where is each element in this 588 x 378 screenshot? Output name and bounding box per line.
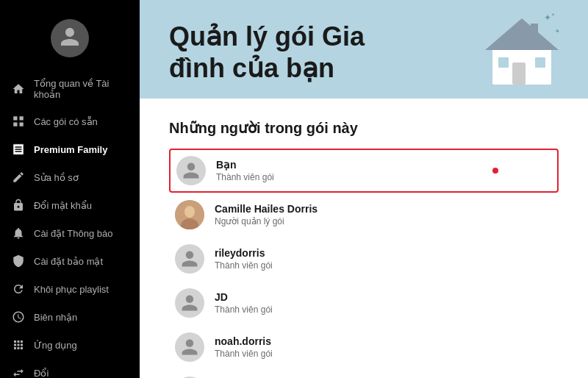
clock-icon [12, 310, 25, 324]
lock-icon [12, 199, 25, 212]
sidebar-item-cai-dat-bao-mat[interactable]: Cài đặt bảo mật [0, 247, 140, 275]
bell-icon [12, 227, 25, 240]
member-item-ban[interactable]: Bạn Thành viên gói [169, 149, 559, 193]
house-illustration: ✦ ✦ ✦ [478, 7, 566, 88]
members-list: Bạn Thành viên gói Camille Hailes Dorris… [169, 149, 559, 378]
sidebar-item-label: Đổi mật khẩu [34, 200, 92, 211]
swap-icon [12, 366, 25, 378]
member-info-ban: Bạn Thành viên gói [216, 158, 274, 183]
content-area: Những người trong gói này Bạn Thành viên… [140, 99, 588, 378]
svg-rect-4 [498, 57, 509, 68]
svg-rect-2 [531, 24, 538, 40]
receipt-icon [12, 143, 25, 156]
sidebar-item-label: Ứng dụng [34, 340, 77, 351]
main-content: Quản lý gói Gia đình của bạn ✦ ✦ ✦ [140, 0, 588, 378]
user-avatar-icon [59, 26, 81, 51]
sidebar-item-cac-goi[interactable]: Các gói có sẵn [0, 107, 140, 135]
svg-text:✦: ✦ [551, 13, 555, 17]
member-avatar-ban [176, 156, 206, 185]
member-name-riley: rileydorris [215, 246, 273, 260]
member-role-noah: Thành viên gói [215, 349, 273, 360]
member-info-camille: Camille Hailes Dorris Người quản lý gói [215, 202, 318, 227]
svg-marker-1 [485, 18, 559, 50]
sidebar-item-label: Biên nhận [34, 312, 77, 323]
member-name-camille: Camille Hailes Dorris [215, 202, 318, 215]
member-name-noah: noah.dorris [215, 335, 273, 348]
sidebar-item-label: Cài đặt Thông báo [34, 228, 113, 239]
svg-text:✦: ✦ [544, 13, 551, 23]
svg-text:✦: ✦ [555, 28, 560, 35]
svg-point-10 [184, 206, 195, 218]
svg-rect-5 [535, 57, 545, 68]
sidebar-item-ung-dung[interactable]: Ứng dụng [0, 331, 140, 359]
sidebar-item-sua-ho-so[interactable]: Sửa hồ sơ [0, 163, 140, 191]
member-info-noah: noah.dorris Thành viên gói [215, 335, 273, 360]
member-item-jd[interactable]: JD Thành viên gói [169, 281, 559, 325]
sidebar-item-label: Các gói có sẵn [34, 116, 98, 127]
home-icon [12, 82, 25, 96]
sidebar-item-bien-nhan[interactable]: Biên nhận [0, 303, 140, 331]
sidebar: Tổng quan về Tài khoản Các gói có sẵn Pr… [0, 0, 140, 378]
header-banner: Quản lý gói Gia đình của bạn ✦ ✦ ✦ [140, 0, 588, 99]
member-avatar-jd [175, 288, 204, 318]
notification-dot [492, 168, 498, 174]
sidebar-item-khoi-phuc-playlist[interactable]: Khôi phục playlist [0, 275, 140, 303]
member-role-camille: Người quản lý gói [215, 216, 318, 228]
svg-rect-3 [512, 63, 526, 85]
member-role-riley: Thành viên gói [215, 260, 273, 272]
member-item-seth[interactable]: seth.dorris Thành viên gói [169, 369, 559, 378]
avatar-container [0, 12, 140, 71]
sidebar-nav: Tổng quan về Tài khoản Các gói có sẵn Pr… [0, 71, 140, 378]
sidebar-item-label: Khôi phục playlist [34, 284, 109, 295]
sidebar-item-label: Tổng quan về Tài khoản [34, 78, 128, 100]
member-item-camille[interactable]: Camille Hailes Dorris Người quản lý gói [169, 193, 559, 237]
sidebar-item-label: Đổi [34, 368, 49, 379]
sidebar-item-label: Premium Family [34, 144, 107, 155]
page-title: Quản lý gói Gia đình của bạn [169, 21, 404, 84]
member-avatar-camille [175, 200, 204, 229]
member-role-jd: Thành viên gói [215, 304, 273, 316]
refresh-icon [12, 282, 25, 296]
sidebar-item-doi-mat-khau[interactable]: Đổi mật khẩu [0, 191, 140, 219]
shield-icon [12, 254, 25, 268]
member-name-jd: JD [215, 290, 273, 304]
member-item-riley[interactable]: rileydorris Thành viên gói [169, 237, 559, 281]
sidebar-item-label: Cài đặt bảo mật [34, 256, 103, 267]
member-info-jd: JD Thành viên gói [215, 290, 273, 315]
member-name-ban: Bạn [216, 158, 274, 171]
member-role-ban: Thành viên gói [216, 172, 274, 184]
sidebar-item-tong-quan[interactable]: Tổng quan về Tài khoản [0, 71, 140, 107]
member-item-noah[interactable]: noah.dorris Thành viên gói [169, 325, 559, 369]
apps-icon [12, 338, 25, 352]
avatar [51, 19, 89, 57]
member-avatar-riley [175, 244, 204, 274]
section-members-title: Những người trong gói này [169, 119, 559, 137]
grid-icon [12, 115, 25, 128]
sidebar-item-label: Sửa hồ sơ [34, 172, 79, 183]
member-info-riley: rileydorris Thành viên gói [215, 246, 273, 271]
sidebar-item-doi[interactable]: Đổi [0, 359, 140, 378]
member-avatar-noah [175, 332, 204, 362]
sidebar-item-premium-family[interactable]: Premium Family [0, 135, 140, 163]
sidebar-item-cai-dat-thong-bao[interactable]: Cài đặt Thông báo [0, 219, 140, 247]
edit-icon [12, 171, 25, 184]
